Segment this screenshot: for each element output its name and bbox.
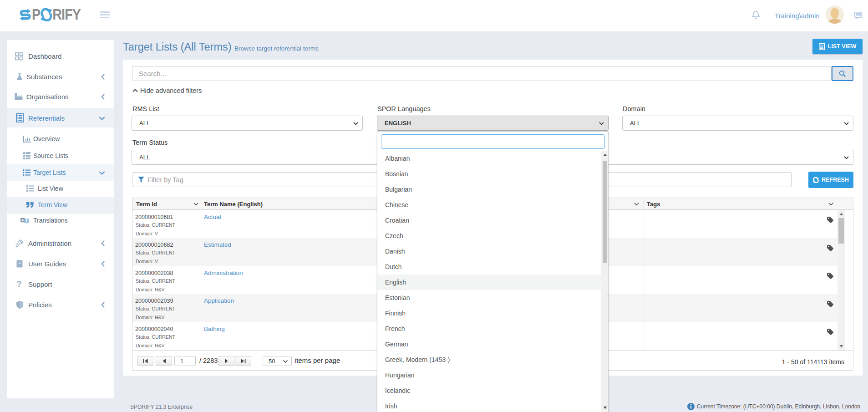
svg-text:A: A <box>21 218 24 222</box>
